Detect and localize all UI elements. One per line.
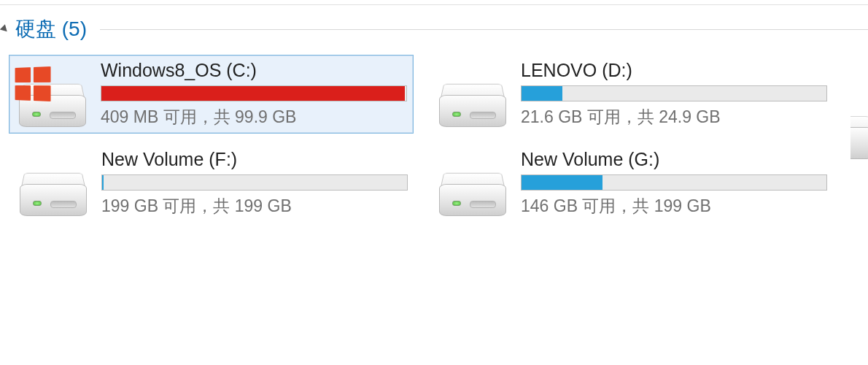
drive-name: Windows8_OS (C:)	[101, 60, 408, 81]
usage-bar	[521, 174, 827, 191]
drive-info: Windows8_OS (C:) 409 MB 可用，共 99.9 GB	[90, 60, 408, 128]
usage-bar	[521, 85, 827, 101]
drive-item-g[interactable]: New Volume (G:) 146 GB 可用，共 199 GB	[428, 144, 833, 223]
section-divider-line	[100, 29, 868, 30]
section-header-hard-drives[interactable]: 硬盘 (5)	[0, 5, 868, 53]
drive-status: 146 GB 可用，共 199 GB	[521, 195, 827, 218]
drive-name: New Volume (G:)	[521, 149, 827, 170]
collapse-triangle-icon	[0, 24, 9, 34]
drive-status: 199 GB 可用，共 199 GB	[101, 195, 408, 218]
drive-status: 21.6 GB 可用，共 24.9 GB	[521, 106, 827, 128]
partial-drive-icon	[850, 115, 868, 174]
drive-row: New Volume (F:) 199 GB 可用，共 199 GB New V…	[9, 144, 859, 223]
usage-fill	[101, 86, 405, 101]
usage-bar	[101, 85, 407, 101]
drive-icon	[434, 150, 511, 216]
usage-fill	[522, 86, 562, 101]
drive-info: New Volume (G:) 146 GB 可用，共 199 GB	[511, 149, 827, 218]
drive-item-f[interactable]: New Volume (F:) 199 GB 可用，共 199 GB	[9, 144, 414, 223]
usage-fill	[522, 175, 602, 190]
drive-icon	[15, 150, 91, 216]
drive-name: New Volume (F:)	[101, 149, 408, 170]
drive-info: LENOVO (D:) 21.6 GB 可用，共 24.9 GB	[511, 60, 827, 128]
drive-row: Windows8_OS (C:) 409 MB 可用，共 99.9 GB LEN…	[9, 55, 859, 134]
drive-name: LENOVO (D:)	[521, 60, 827, 81]
drive-icon	[14, 61, 90, 127]
section-title: 硬盘 (5)	[15, 15, 87, 43]
drive-grid: Windows8_OS (C:) 409 MB 可用，共 99.9 GB LEN…	[0, 53, 868, 234]
drive-icon	[434, 61, 511, 127]
hard-disk-icon	[439, 172, 506, 216]
hard-disk-icon	[439, 83, 506, 127]
drive-item-d[interactable]: LENOVO (D:) 21.6 GB 可用，共 24.9 GB	[428, 55, 833, 134]
usage-fill	[102, 175, 104, 190]
drive-info: New Volume (F:) 199 GB 可用，共 199 GB	[91, 149, 408, 218]
windows-logo-icon	[15, 66, 51, 101]
hard-disk-icon	[850, 115, 868, 159]
drive-item-c[interactable]: Windows8_OS (C:) 409 MB 可用，共 99.9 GB	[9, 55, 414, 134]
drive-status: 409 MB 可用，共 99.9 GB	[101, 106, 408, 128]
usage-bar	[101, 174, 408, 191]
hard-disk-icon	[20, 172, 87, 216]
